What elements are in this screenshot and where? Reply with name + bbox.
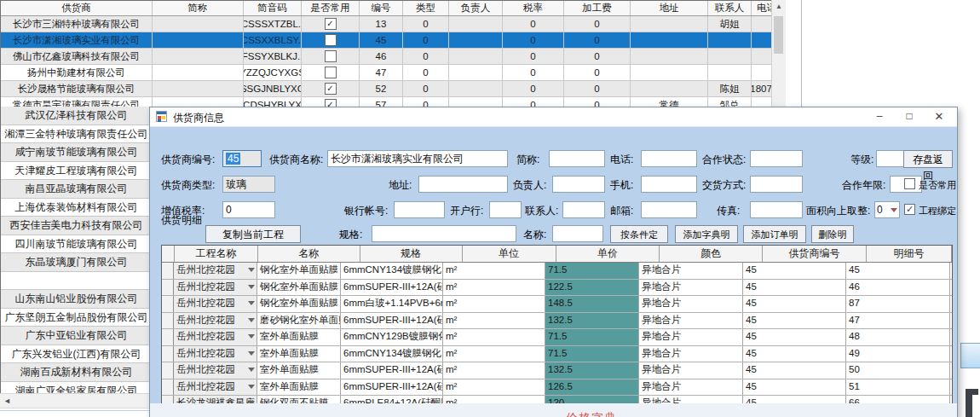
- table-cell[interactable]: 扬州中勤建材有限公司: [1, 65, 153, 80]
- table-cell[interactable]: 0: [564, 16, 631, 32]
- chevron-down-icon[interactable]: [248, 285, 255, 289]
- row-header[interactable]: [162, 280, 174, 296]
- background-window-button[interactable]: [960, 343, 980, 368]
- grid-cell[interactable]: 46: [846, 280, 950, 296]
- table-cell[interactable]: [449, 49, 503, 64]
- scroll-left-icon[interactable]: ◄: [3, 395, 11, 407]
- grid-cell[interactable]: 126.5: [545, 379, 639, 396]
- row-header[interactable]: [162, 379, 174, 396]
- grid-cell[interactable]: 6mmSUPER-III+12A(硅...: [341, 379, 443, 396]
- detail-row[interactable]: 岳州北控花园室外单面贴膜6mmCNY134镀膜钢化m²71.5异地合片4549: [162, 346, 952, 363]
- table-cell[interactable]: 佛山市亿鑫玻璃科技有限公司: [1, 49, 153, 64]
- supplier-type-field[interactable]: 玻璃: [222, 176, 275, 193]
- close-button[interactable]: ✕: [926, 108, 952, 125]
- table-cell[interactable]: 45: [360, 32, 403, 48]
- name-filter-input[interactable]: [552, 225, 603, 242]
- table-cell[interactable]: 胡姐: [708, 16, 752, 32]
- table-cell[interactable]: 0: [403, 65, 449, 80]
- table-cell[interactable]: 0: [403, 16, 449, 32]
- minimize-button[interactable]: –: [867, 108, 892, 125]
- list-item[interactable]: 广东坚朗五金制品股份有限公司: [1, 309, 152, 327]
- dialog-titlebar[interactable]: 供货商信息 – □ ✕: [150, 107, 957, 127]
- grid-cell[interactable]: 异地合片: [639, 280, 743, 296]
- grid-cell[interactable]: m²: [443, 296, 545, 312]
- grid-cell[interactable]: 47: [846, 313, 950, 329]
- detail-row[interactable]: 岳州北控花园钢化室外单面贴膜6mmCNY134镀膜钢化m²71.5异地合片454…: [162, 263, 952, 280]
- table-cell[interactable]: [631, 65, 708, 80]
- copy-project-button[interactable]: 复制当前工程: [205, 225, 301, 243]
- list-item[interactable]: 西安佳吉美电力科技有限公司: [1, 217, 152, 235]
- delivery-field[interactable]: [750, 176, 803, 193]
- grid-column-header[interactable]: 明细号: [867, 246, 952, 262]
- grid-cell[interactable]: 6mmCNY129B镀膜钢化: [341, 329, 443, 345]
- grid-cell[interactable]: 异地合片: [639, 329, 743, 345]
- list-item[interactable]: 四川南玻节能玻璃有限公司: [1, 235, 152, 254]
- grid-cell[interactable]: m²: [443, 280, 545, 296]
- grid-cell[interactable]: 6mmSUPER-III+12A(硅...: [341, 362, 443, 379]
- vertical-scrollbar[interactable]: ▲: [771, 0, 786, 107]
- list-item[interactable]: 湖南百成新材料有限公司: [1, 363, 152, 382]
- project-combo[interactable]: 岳州北控花园: [174, 313, 257, 329]
- grid-cell[interactable]: 钢化室外单面贴膜: [257, 296, 341, 312]
- unchecked-checkbox[interactable]: [325, 34, 337, 46]
- project-combo[interactable]: 岳州北控花园: [174, 280, 257, 296]
- grid-column-header[interactable]: 规格: [360, 246, 463, 262]
- save-return-button[interactable]: 存盘返回: [903, 150, 953, 168]
- chevron-down-icon[interactable]: [248, 334, 255, 339]
- detail-row[interactable]: 岳州北控花园室外单面贴膜6mmCNY129B镀膜钢化m²71.5异地合片4548: [162, 329, 952, 346]
- table-cell[interactable]: FSSYXBLKJ..: [244, 49, 302, 64]
- grid-cell[interactable]: 室外单面贴膜: [257, 379, 341, 396]
- project-combo[interactable]: 岳州北控花园: [174, 346, 257, 362]
- table-cell[interactable]: CSSSXTZBL..: [244, 16, 302, 32]
- table-cell[interactable]: 长沙市三湘特种玻璃有限公司: [1, 16, 153, 32]
- grid-cell[interactable]: 异地合片: [639, 313, 743, 329]
- column-header[interactable]: 是否常用: [302, 1, 360, 15]
- grid-cell[interactable]: 钢化室外单面贴膜: [257, 280, 341, 296]
- locate-button[interactable]: 按条件定位: [610, 225, 668, 243]
- table-cell[interactable]: CSSXXBLSY..: [244, 32, 302, 48]
- grid-cell[interactable]: 49: [846, 346, 950, 362]
- project-combo[interactable]: 岳州北控花园: [174, 263, 257, 279]
- table-cell[interactable]: 0: [503, 16, 564, 32]
- grid-cell[interactable]: 45: [743, 296, 846, 312]
- row-header[interactable]: [162, 296, 174, 312]
- list-item[interactable]: 天津耀皮工程玻璃有限公司: [1, 162, 152, 181]
- table-cell[interactable]: 0: [503, 81, 564, 96]
- row-header[interactable]: [162, 362, 174, 379]
- grid-cell[interactable]: 122.5: [545, 280, 639, 296]
- table-cell[interactable]: [449, 65, 503, 80]
- table-row[interactable]: 佛山市亿鑫玻璃科技有限公司FSSYXBLKJ..46000: [1, 49, 786, 65]
- list-item[interactable]: 上海优泰装饰材料有限公司: [1, 199, 152, 217]
- detail-row[interactable]: 岳州北控花园磨砂钢化室外单面贴膜6mmSUPER-III+12A(硅...m²1…: [162, 313, 952, 330]
- chevron-down-icon[interactable]: [248, 351, 255, 356]
- detail-row[interactable]: 岳州北控花园室外单面贴膜6mmSUPER-III+12A(硅...m²132.5…: [162, 362, 952, 379]
- list-item[interactable]: 广东兴发铝业(江西)有限公司: [1, 345, 152, 364]
- table-cell[interactable]: [708, 49, 752, 64]
- email-field[interactable]: [641, 201, 697, 218]
- grid-cell[interactable]: 异地合片: [639, 296, 743, 312]
- list-item[interactable]: 南昌亚晶玻璃有限公司: [1, 180, 152, 199]
- grid-cell[interactable]: 室外单面贴膜: [257, 346, 341, 362]
- grid-column-header[interactable]: 供货商编号: [763, 246, 867, 262]
- scrollbar-thumb[interactable]: [774, 16, 783, 54]
- table-cell[interactable]: [153, 49, 244, 64]
- table-cell[interactable]: 46: [360, 49, 403, 64]
- grid-cell[interactable]: 45: [743, 329, 846, 345]
- chevron-down-icon[interactable]: [248, 301, 255, 305]
- grid-cell[interactable]: 132.5: [545, 362, 639, 379]
- table-cell[interactable]: [708, 32, 752, 48]
- vat-field[interactable]: [222, 201, 275, 218]
- list-item[interactable]: 广东中亚铝业有限公司: [1, 327, 152, 345]
- grid-cell[interactable]: 异地合片: [639, 379, 743, 396]
- table-cell[interactable]: [631, 49, 708, 64]
- grid-cell[interactable]: 异地合片: [639, 346, 743, 362]
- grid-column-header[interactable]: 工程名称: [175, 246, 258, 262]
- column-header[interactable]: 简音码: [244, 1, 302, 15]
- address-field[interactable]: [418, 176, 508, 193]
- table-cell[interactable]: 0: [403, 32, 449, 48]
- supplier-name-field[interactable]: [327, 150, 508, 167]
- column-header[interactable]: 地址: [631, 1, 708, 15]
- column-header[interactable]: 联系人: [708, 1, 752, 15]
- project-combo[interactable]: 岳州北控花园: [174, 329, 257, 345]
- coop-status-field[interactable]: [750, 150, 803, 167]
